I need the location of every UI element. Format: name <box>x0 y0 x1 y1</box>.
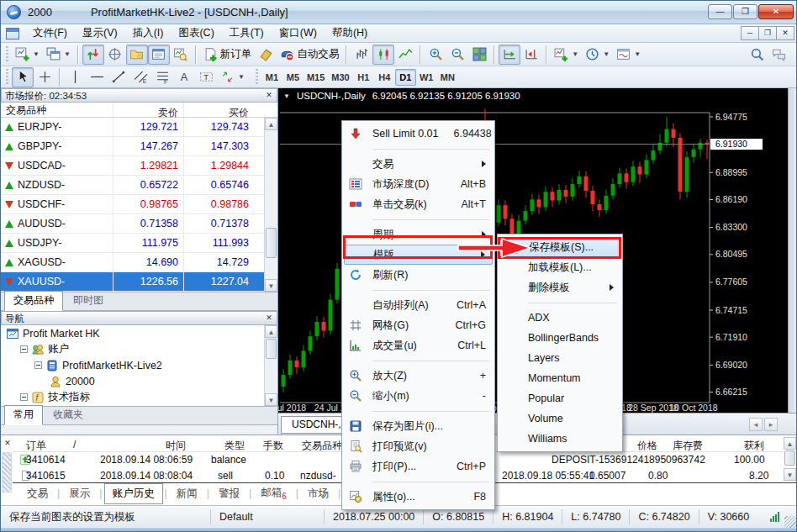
menu-6[interactable]: 帮助(H) <box>325 24 375 43</box>
template-submenu-item-7[interactable]: Momentum <box>499 368 620 388</box>
template-submenu-item-4[interactable]: ADX <box>499 308 620 328</box>
context-menu-item-2[interactable]: 交易 <box>344 154 493 174</box>
template-submenu-item-5[interactable]: BollingerBands <box>499 328 620 348</box>
scroll-up-icon[interactable]: ▲ <box>265 118 277 130</box>
market-watch-scrollbar[interactable]: ▲▼ <box>264 118 277 292</box>
market-watch-row-gbpjpy[interactable]: GBPJPY-147.267147.303 <box>1 137 277 156</box>
child-restore-button[interactable]: ❐ <box>758 26 777 40</box>
new-chart-button[interactable]: ▼ <box>12 45 43 65</box>
timeframe-M15-button[interactable]: M15 <box>303 69 328 86</box>
terminal-col-0[interactable]: 订单 <box>26 439 46 453</box>
terminal-col-4[interactable]: 手数 <box>263 439 283 453</box>
tree-collapse-icon[interactable] <box>20 393 28 401</box>
zoom-out-button[interactable] <box>446 45 468 65</box>
toolbar-grip[interactable] <box>255 69 259 86</box>
tile-windows-button[interactable] <box>468 45 490 65</box>
context-menu-item-3[interactable]: 市场深度(D)Alt+B <box>344 174 493 194</box>
market-watch-tab-即时图[interactable]: 即时图 <box>65 292 112 310</box>
chart-dropdown-icon[interactable]: ▼ <box>283 92 290 100</box>
template-submenu-item-1[interactable]: 加载模板(L)... <box>499 257 620 277</box>
market-watch-row-eurjpy[interactable]: EURJPY-129.721129.743 <box>1 118 277 137</box>
context-menu-item-8[interactable]: 刷新(R) <box>344 265 493 285</box>
cursor-button[interactable] <box>12 67 34 87</box>
indicators-button[interactable]: ▼ <box>551 45 582 65</box>
toolbar-grip[interactable] <box>5 46 9 63</box>
terminal-button[interactable] <box>148 45 170 65</box>
zoom-in-button[interactable] <box>425 45 446 65</box>
tree-collapse-icon[interactable] <box>34 361 42 369</box>
nav-item-3[interactable]: 20000 <box>1 373 277 389</box>
context-menu-item-11[interactable]: 网格(G)Ctrl+G <box>344 315 493 335</box>
data-window-button[interactable] <box>104 45 126 65</box>
terminal-tab-交易[interactable]: 交易 <box>19 484 55 503</box>
menu-3[interactable]: 图表(C) <box>171 24 221 43</box>
context-menu-item-0[interactable]: Sell Limit 0.016.94438 <box>344 124 493 144</box>
market-watch-row-nzdusd[interactable]: NZDUSD-0.657220.65746 <box>1 176 277 195</box>
child-minimize-button[interactable]: ─ <box>741 26 759 40</box>
scroll-down-icon[interactable]: ▼ <box>265 279 277 292</box>
context-menu-item-19[interactable]: 打印(P)...Ctrl+P <box>344 456 493 477</box>
chart-shift-button[interactable] <box>520 45 542 65</box>
market-watch-row-usdchf[interactable]: USDCHF-0.987650.98786 <box>1 195 277 214</box>
terminal-close-icon[interactable]: ✕ <box>3 438 13 448</box>
resize-grip[interactable] <box>784 516 796 528</box>
context-menu-item-12[interactable]: 成交量(u)Ctrl+L <box>344 335 493 356</box>
template-submenu-item-10[interactable]: Williams <box>499 429 620 449</box>
terminal-tab-新闻[interactable]: 新闻 <box>169 484 205 503</box>
window-close-button[interactable]: ✕ <box>758 4 794 19</box>
text-button[interactable]: A <box>173 67 195 87</box>
market-watch-button[interactable] <box>82 45 104 65</box>
new-order-button[interactable]: 新订单 <box>200 45 256 65</box>
terminal-tab-邮箱[interactable]: 邮箱6 <box>253 483 294 503</box>
periods-button[interactable]: ▼ <box>582 45 613 65</box>
chart-right-scrollstrip[interactable] <box>788 88 797 435</box>
terminal-tab-市场[interactable]: 市场 <box>300 484 336 503</box>
nav-item-2[interactable]: ProfitMarketHK-Live2 <box>1 357 277 373</box>
context-menu-item-15[interactable]: 缩小(m)- <box>344 386 493 406</box>
menu-4[interactable]: 工具(T) <box>222 24 272 43</box>
window-maximize-button[interactable]: ❐ <box>733 4 757 19</box>
template-submenu-item-2[interactable]: 删除模板 <box>499 277 620 298</box>
label-button[interactable]: T <box>195 67 217 87</box>
timeframe-H1-button[interactable]: H1 <box>353 69 374 86</box>
menu-0[interactable]: 文件(F) <box>25 24 75 43</box>
nav-item-0[interactable]: Profit Market HK <box>1 325 277 341</box>
trendline-button[interactable] <box>108 67 129 87</box>
navigator-button[interactable] <box>126 45 148 65</box>
timeframe-W1-button[interactable]: W1 <box>416 69 437 86</box>
auto-trading-button[interactable]: 自动交易 <box>277 45 342 65</box>
line-chart-button[interactable] <box>394 45 416 65</box>
template-submenu-item-8[interactable]: Popular <box>499 388 620 408</box>
channel-button[interactable]: E <box>129 67 151 87</box>
terminal-tab-警报[interactable]: 警报 <box>211 484 247 503</box>
timeframe-H4-button[interactable]: H4 <box>374 69 395 86</box>
toolbar-grip[interactable] <box>5 69 9 86</box>
search-button[interactable] <box>746 45 768 65</box>
nav-item-1[interactable]: 账户 <box>1 341 277 357</box>
menu-5[interactable]: 窗口(W) <box>272 24 325 43</box>
terminal-col-2[interactable]: 时间 <box>166 439 186 453</box>
timeframe-MN-button[interactable]: MN <box>437 69 458 86</box>
navigator-close-icon[interactable]: ✕ <box>264 313 274 324</box>
hline-button[interactable] <box>86 67 108 87</box>
chart-tab-scroll-right-icon[interactable]: ▸ <box>764 418 778 431</box>
scroll-up-icon[interactable]: ▲ <box>265 325 277 338</box>
scroll-up-icon[interactable]: ▲ <box>784 437 796 450</box>
tree-collapse-icon[interactable] <box>20 345 28 353</box>
market-watch-row-usdcad[interactable]: USDCAD-1.298211.29844 <box>1 156 277 176</box>
context-menu-item-10[interactable]: 自动排列(A)Ctrl+A <box>344 295 493 315</box>
child-close-button[interactable]: ✕ <box>776 26 794 40</box>
terminal-col-3[interactable]: 类型 <box>224 439 245 453</box>
window-minimize-button[interactable]: — <box>708 4 732 19</box>
crosshair-button[interactable] <box>34 67 55 87</box>
chat-button[interactable] <box>768 45 789 65</box>
context-menu-item-4[interactable]: 单击交易(k)Alt+T <box>344 194 493 214</box>
vline-button[interactable] <box>64 67 86 87</box>
market-watch-tab-交易品种[interactable]: 交易品种 <box>4 291 63 311</box>
terminal-tab-账户历史[interactable]: 账户历史 <box>104 483 163 504</box>
chart-tab-scroll-left-icon[interactable]: ◂ <box>749 418 763 431</box>
context-menu-item-18[interactable]: 打印预览(v) <box>344 436 493 456</box>
scroll-down-icon[interactable]: ▼ <box>265 393 277 406</box>
market-watch-row-xagusd[interactable]: XAGUSD-14.69014.729 <box>1 253 277 272</box>
market-watch-row-audusd[interactable]: AUDUSD-0.713580.71378 <box>1 214 277 234</box>
